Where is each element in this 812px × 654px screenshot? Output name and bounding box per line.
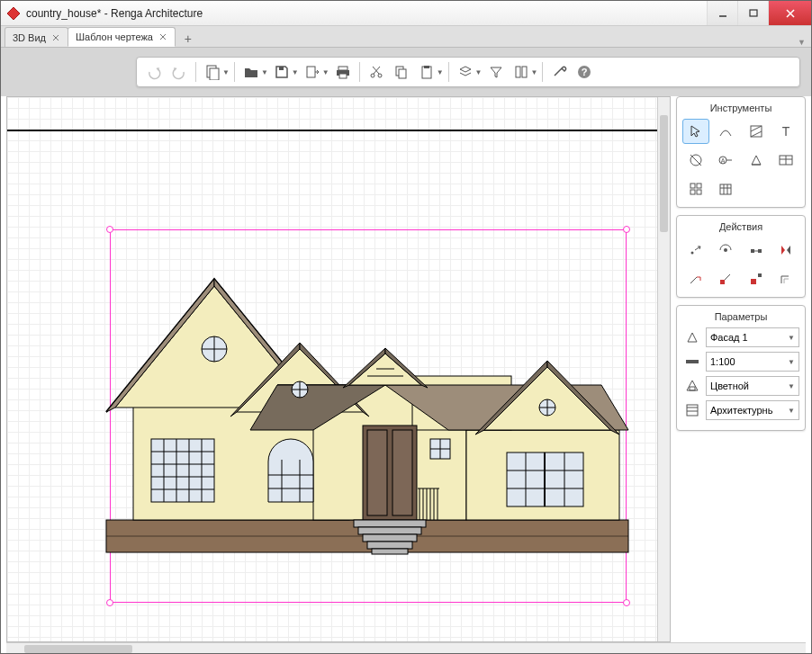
text-tool[interactable]: T	[773, 119, 800, 144]
svg-rect-120	[758, 249, 762, 253]
svg-rect-25	[522, 67, 527, 77]
grid-tool[interactable]	[682, 176, 709, 202]
export-button[interactable]	[301, 60, 324, 84]
selection-handle[interactable]	[106, 226, 113, 233]
scale-action[interactable]	[743, 266, 770, 291]
svg-rect-87	[367, 542, 412, 549]
chevron-down-icon[interactable]: ▼	[437, 68, 444, 76]
move-action[interactable]	[682, 237, 709, 263]
scale-select[interactable]: 1:100▼	[706, 352, 799, 372]
tab-label: Шаблон чертежа	[76, 31, 153, 42]
svg-rect-109	[690, 184, 695, 188]
chevron-down-icon[interactable]: ▼	[322, 68, 329, 76]
svg-rect-88	[372, 549, 408, 554]
svg-rect-10	[210, 68, 219, 80]
svg-text:?: ?	[582, 67, 588, 77]
close-icon[interactable]	[158, 32, 167, 41]
main-toolbar: ▼ ▼ ▼ ▼ ▼ ▼ ▼ ?	[136, 57, 800, 87]
svg-rect-11	[279, 67, 284, 70]
svg-rect-84	[354, 520, 426, 527]
svg-line-19	[373, 67, 379, 74]
svg-rect-125	[686, 360, 699, 363]
chevron-down-icon[interactable]: ▼	[531, 68, 538, 76]
page-edge	[7, 130, 670, 131]
undo-button[interactable]	[142, 60, 166, 84]
chevron-down-icon[interactable]: ▼	[222, 68, 230, 76]
filter-button[interactable]	[484, 60, 508, 84]
copy-button[interactable]	[390, 60, 413, 84]
horizontal-scrollbar[interactable]	[6, 642, 806, 654]
tab-3d-view[interactable]: 3D Вид	[5, 27, 68, 47]
select-tool[interactable]	[682, 119, 709, 144]
panel-title: Действия	[682, 221, 799, 232]
paste-button[interactable]	[415, 60, 438, 84]
scale-icon	[682, 352, 702, 372]
add-tab-button[interactable]: +	[180, 31, 196, 47]
layers-button[interactable]	[454, 60, 477, 84]
chevron-down-icon[interactable]: ▼	[261, 68, 268, 76]
selection-handle[interactable]	[623, 599, 630, 606]
house-drawing[interactable]	[97, 250, 637, 592]
view-select[interactable]: Фасад 1▼	[706, 327, 799, 347]
svg-marker-0	[7, 7, 20, 20]
close-icon[interactable]	[51, 33, 60, 42]
line-tool[interactable]	[713, 119, 740, 144]
chevron-down-icon: ▼	[788, 358, 795, 366]
selection-handle[interactable]	[623, 226, 630, 233]
manage-button[interactable]	[510, 60, 533, 84]
tab-menu-button[interactable]: ▼	[798, 38, 806, 47]
hatch-icon	[682, 400, 702, 420]
svg-rect-12	[307, 67, 315, 77]
chevron-down-icon: ▼	[788, 334, 795, 342]
chevron-down-icon[interactable]: ▼	[292, 68, 299, 76]
selection-handle[interactable]	[106, 599, 113, 606]
new-button[interactable]	[201, 60, 224, 84]
print-button[interactable]	[331, 60, 355, 84]
select-value: Фасад 1	[710, 332, 748, 343]
svg-rect-126	[690, 387, 695, 390]
vertical-scrollbar[interactable]	[657, 97, 670, 641]
panel-title: Параметры	[682, 311, 799, 322]
mirror-action[interactable]	[773, 237, 800, 263]
schedule-tool[interactable]	[713, 176, 740, 202]
svg-point-17	[378, 74, 382, 77]
trim-action[interactable]	[682, 266, 709, 291]
cut-button[interactable]	[365, 60, 388, 84]
offset-action[interactable]	[773, 266, 800, 291]
svg-point-16	[371, 74, 374, 77]
hatch-tool[interactable]	[743, 119, 770, 144]
minimize-button[interactable]	[707, 1, 737, 25]
table-tool[interactable]	[773, 148, 800, 173]
help-button[interactable]: ?	[573, 60, 596, 84]
maximize-button[interactable]	[737, 1, 768, 25]
chevron-down-icon[interactable]: ▼	[475, 68, 483, 76]
close-button[interactable]	[768, 1, 811, 25]
axis-tool[interactable]: A	[713, 148, 740, 173]
svg-rect-110	[697, 184, 701, 188]
section-tool[interactable]	[743, 148, 770, 173]
svg-rect-113	[720, 184, 731, 194]
svg-rect-15	[339, 74, 347, 78]
svg-point-118	[724, 248, 727, 252]
copy-action[interactable]	[743, 237, 770, 263]
svg-rect-83	[392, 430, 412, 515]
rotate-action[interactable]	[713, 237, 740, 263]
svg-rect-96	[751, 126, 762, 137]
save-button[interactable]	[270, 60, 293, 84]
panel-title: Инструменты	[682, 103, 799, 113]
dimension-tool[interactable]	[682, 148, 709, 173]
svg-rect-85	[358, 527, 421, 534]
open-button[interactable]	[239, 60, 263, 84]
tab-strip: 3D Вид Шаблон чертежа + ▼	[1, 26, 811, 48]
toolbar-area: ▼ ▼ ▼ ▼ ▼ ▼ ▼ ?	[1, 48, 811, 96]
redo-button[interactable]	[167, 60, 191, 84]
settings-button[interactable]	[547, 60, 571, 84]
tab-drawing-template[interactable]: Шаблон чертежа	[68, 27, 176, 47]
hatch-select[interactable]: Архитектурнь▼	[706, 400, 799, 420]
style-select[interactable]: Цветной▼	[706, 376, 799, 396]
svg-rect-2	[750, 10, 757, 16]
extend-action[interactable]	[713, 266, 740, 291]
svg-rect-86	[363, 534, 417, 542]
work-area: Инструменты T A Действия	[1, 96, 811, 642]
canvas[interactable]	[6, 96, 671, 642]
